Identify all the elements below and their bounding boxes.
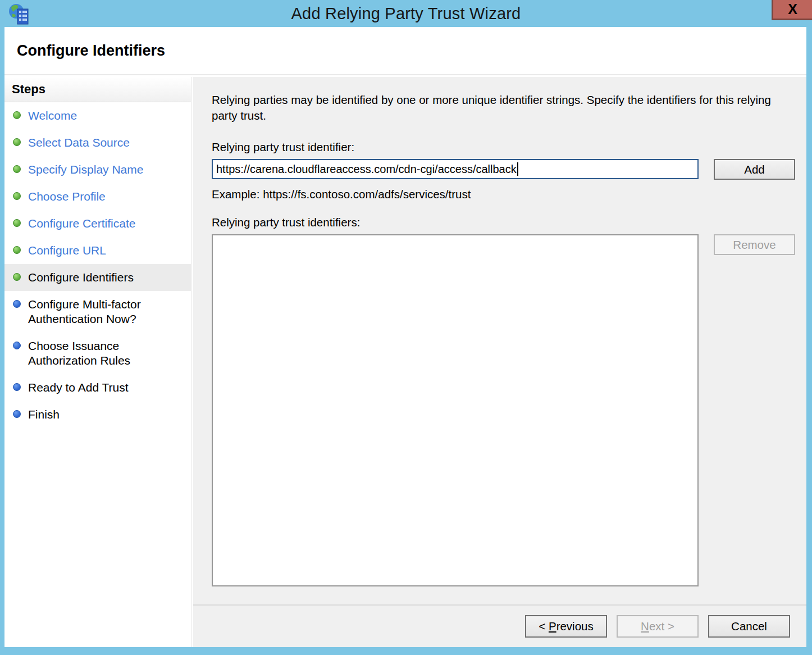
step-pending-dot-icon	[13, 383, 21, 391]
step-completed-dot-icon	[13, 219, 21, 227]
step-label: Welcome	[28, 108, 77, 123]
page-header: Configure Identifiers	[4, 27, 806, 75]
sidebar-item-choose-issuance-rules: Choose Issuance Authorization Rules	[4, 333, 191, 374]
sidebar-item-configure-mfa: Configure Multi-factor Authentication No…	[4, 291, 191, 333]
step-pending-dot-icon	[13, 410, 21, 418]
step-completed-dot-icon	[13, 111, 21, 119]
identifier-field-label: Relying party trust identifier:	[212, 140, 793, 154]
step-pending-dot-icon	[13, 300, 21, 308]
main-panel: Relying parties may be identified by one…	[193, 77, 806, 647]
step-label: Specify Display Name	[28, 162, 143, 177]
step-completed-dot-icon	[13, 138, 21, 146]
step-label: Configure Multi-factor Authentication No…	[28, 297, 141, 326]
step-label: Configure Certificate	[28, 216, 135, 231]
step-label: Finish	[28, 407, 60, 422]
steps-heading: Steps	[4, 77, 191, 102]
steps-sidebar: Steps Welcome Select Data Source Specify…	[4, 77, 191, 647]
close-button[interactable]: X	[772, 0, 812, 20]
step-completed-dot-icon	[13, 165, 21, 173]
identifiers-listbox[interactable]	[212, 234, 699, 586]
page-description: Relying parties may be identified by one…	[212, 92, 787, 123]
identifier-input[interactable]: https://carena.cloudflareaccess.com/cdn-…	[212, 159, 699, 179]
sidebar-item-ready-to-add-trust: Ready to Add Trust	[4, 374, 191, 401]
sidebar-item-configure-url[interactable]: Configure URL	[4, 237, 191, 264]
client-area: Configure Identifiers Steps Welcome Sele…	[4, 27, 806, 647]
step-label: Choose Issuance Authorization Rules	[28, 339, 130, 368]
identifiers-list-label: Relying party trust identifiers:	[212, 216, 793, 229]
sidebar-item-configure-identifiers: Configure Identifiers	[4, 264, 191, 291]
page-title: Configure Identifiers	[17, 42, 165, 60]
step-label: Configure URL	[28, 243, 106, 258]
title-bar[interactable]: Add Relying Party Trust Wizard X	[0, 0, 812, 27]
add-button[interactable]: Add	[714, 159, 795, 180]
sidebar-item-choose-profile[interactable]: Choose Profile	[4, 183, 191, 210]
previous-button[interactable]: < Previous	[525, 615, 607, 638]
step-label: Ready to Add Trust	[28, 380, 129, 395]
step-completed-dot-icon	[13, 192, 21, 200]
cancel-button[interactable]: Cancel	[708, 615, 790, 638]
sidebar-item-select-data-source[interactable]: Select Data Source	[4, 129, 191, 156]
sidebar-item-specify-display-name[interactable]: Specify Display Name	[4, 156, 191, 183]
step-label: Select Data Source	[28, 135, 130, 150]
step-completed-dot-icon	[13, 246, 21, 254]
remove-button[interactable]: Remove	[714, 234, 795, 255]
wizard-footer: < Previous Next > Cancel	[193, 604, 806, 647]
step-current-dot-icon	[13, 273, 21, 281]
identifier-input-value: https://carena.cloudflareaccess.com/cdn-…	[216, 163, 517, 176]
step-label: Choose Profile	[28, 189, 106, 204]
step-label: Configure Identifiers	[28, 270, 134, 285]
sidebar-item-configure-certificate[interactable]: Configure Certificate	[4, 210, 191, 237]
next-button[interactable]: Next >	[617, 615, 699, 638]
text-caret	[517, 162, 518, 176]
window-title: Add Relying Party Trust Wizard	[0, 4, 812, 23]
sidebar-item-finish: Finish	[4, 401, 191, 428]
step-pending-dot-icon	[13, 342, 21, 349]
wizard-window: Add Relying Party Trust Wizard X Configu…	[0, 0, 812, 655]
example-text: Example: https://fs.contoso.com/adfs/ser…	[212, 188, 793, 201]
sidebar-item-welcome[interactable]: Welcome	[4, 102, 191, 129]
